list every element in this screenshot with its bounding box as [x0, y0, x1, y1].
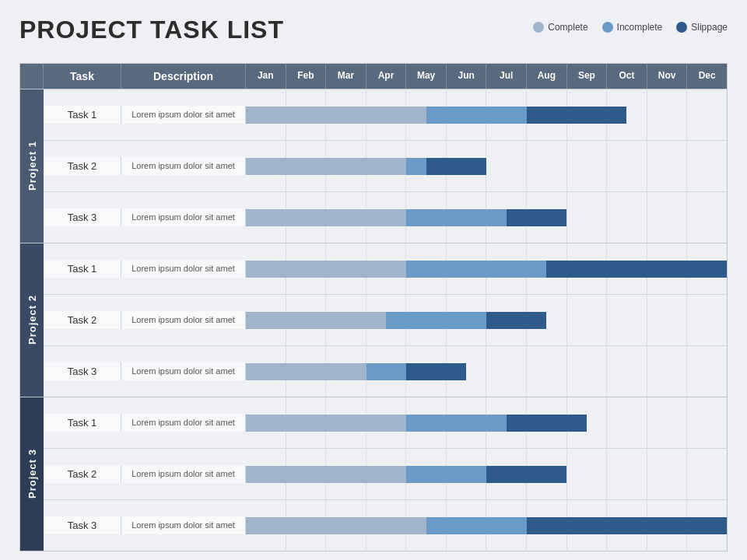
month-grid-line	[687, 397, 727, 448]
gantt-cell	[246, 295, 727, 345]
gantt-bars	[246, 466, 566, 483]
month-grid-line	[687, 141, 727, 191]
month-grid-line	[687, 346, 727, 397]
month-grid-line	[647, 449, 688, 499]
table-header: Task Description JanFebMarAprMayJunJulAu…	[20, 64, 727, 89]
tasks-col-3: Task 1Lorem ipsum dolor sit ametTask 2Lo…	[44, 397, 727, 551]
gantt-cell	[246, 449, 727, 499]
bar-incomplete	[406, 415, 507, 432]
table-row: Task 1Lorem ipsum dolor sit amet	[44, 397, 727, 449]
bar-incomplete	[406, 209, 507, 226]
gantt-cell	[246, 141, 727, 191]
gantt-bars	[246, 363, 466, 380]
table-row: Task 2Lorem ipsum dolor sit amet	[44, 295, 727, 346]
month-grid-line	[567, 449, 608, 499]
legend-label: Incomplete	[617, 22, 663, 33]
month-header-dec: Dec	[687, 64, 727, 89]
task-name: Task 3	[44, 516, 121, 534]
gantt-bars	[246, 312, 546, 329]
month-header-may: May	[406, 64, 447, 89]
task-description: Lorem ipsum dolor sit amet	[121, 311, 246, 329]
month-grid-line	[486, 141, 527, 191]
bar-complete	[246, 261, 406, 278]
bar-slippage	[507, 209, 566, 226]
gantt-bars	[246, 415, 587, 432]
bar-complete	[246, 312, 386, 329]
legend-dot	[676, 22, 687, 33]
bar-slippage	[507, 415, 587, 432]
desc-col-header: Description	[121, 64, 246, 89]
bar-slippage	[527, 517, 728, 534]
bar-incomplete	[426, 107, 527, 124]
legend-item: Slippage	[676, 22, 728, 33]
gantt-bars	[246, 517, 727, 534]
month-grid-line	[607, 192, 647, 243]
legend-item: Complete	[533, 22, 587, 33]
bar-slippage	[406, 363, 466, 380]
month-grid-line	[607, 449, 647, 499]
task-name: Task 2	[44, 311, 121, 329]
month-header-oct: Oct	[607, 64, 647, 89]
month-header-nov: Nov	[647, 64, 688, 89]
bar-slippage	[527, 107, 627, 124]
bar-complete	[246, 209, 406, 226]
project-section-3: Project 3Task 1Lorem ipsum dolor sit ame…	[20, 397, 727, 551]
bar-complete	[246, 363, 366, 380]
month-header-mar: Mar	[326, 64, 366, 89]
project-section-2: Project 2Task 1Lorem ipsum dolor sit ame…	[20, 243, 727, 397]
month-grid-line	[647, 192, 688, 243]
project-label-1: Project 1	[20, 89, 44, 243]
month-grid-line	[647, 89, 688, 140]
bar-incomplete	[366, 363, 407, 380]
month-grid-line	[647, 346, 688, 397]
projects-container: Project 1Task 1Lorem ipsum dolor sit ame…	[20, 89, 727, 551]
gantt-bars	[246, 261, 727, 278]
month-header-jan: Jan	[246, 64, 286, 89]
bar-complete	[246, 107, 426, 124]
month-grid-line	[647, 295, 688, 345]
legend-item: Incomplete	[602, 22, 663, 33]
task-name: Task 1	[44, 414, 121, 432]
gantt-bars	[246, 107, 626, 124]
task-description: Lorem ipsum dolor sit amet	[121, 465, 246, 483]
gantt-table: Task Description JanFebMarAprMayJunJulAu…	[19, 63, 728, 551]
page: PROJECT TASK LIST Complete Incomplete Sl…	[0, 0, 747, 560]
task-col-header: Task	[44, 64, 121, 89]
task-description: Lorem ipsum dolor sit amet	[121, 157, 246, 175]
gantt-cell	[246, 89, 727, 140]
month-grid-line	[527, 141, 567, 191]
task-name: Task 1	[44, 106, 121, 124]
bar-complete	[246, 415, 406, 432]
month-grid-line	[687, 295, 727, 345]
month-grid-line	[567, 346, 608, 397]
legend-label: Slippage	[691, 22, 728, 33]
month-header-sep: Sep	[567, 64, 608, 89]
gantt-cell	[246, 346, 727, 397]
gantt-cell	[246, 243, 727, 294]
table-row: Task 2Lorem ipsum dolor sit amet	[44, 141, 727, 192]
task-description: Lorem ipsum dolor sit amet	[121, 106, 246, 124]
bar-complete	[246, 517, 426, 534]
gantt-cell	[246, 500, 727, 551]
task-name: Task 2	[44, 465, 121, 483]
task-description: Lorem ipsum dolor sit amet	[121, 260, 246, 278]
month-grid-line	[567, 192, 608, 243]
task-description: Lorem ipsum dolor sit amet	[121, 208, 246, 226]
table-row: Task 2Lorem ipsum dolor sit amet	[44, 449, 727, 500]
legend-dot	[533, 22, 544, 33]
month-header-feb: Feb	[286, 64, 327, 89]
gantt-cell	[246, 192, 727, 243]
bar-complete	[246, 466, 406, 483]
month-grid-line	[567, 141, 608, 191]
month-grid-line	[486, 346, 527, 397]
bar-incomplete	[406, 466, 486, 483]
month-grid-line	[687, 449, 727, 499]
table-row: Task 1Lorem ipsum dolor sit amet	[44, 243, 727, 295]
page-title: PROJECT TASK LIST	[19, 16, 284, 44]
month-grid-line	[687, 192, 727, 243]
month-grid-line	[687, 89, 727, 140]
project-label-3: Project 3	[20, 397, 44, 551]
task-description: Lorem ipsum dolor sit amet	[121, 516, 246, 534]
legend-dot	[602, 22, 613, 33]
bar-incomplete	[426, 517, 527, 534]
